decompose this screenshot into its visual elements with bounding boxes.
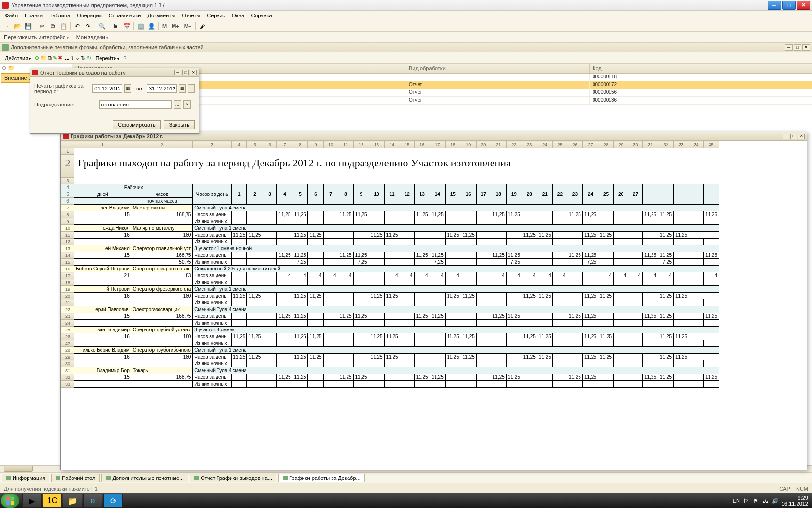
- tab-icon: [106, 476, 111, 480]
- dialog-titlebar[interactable]: Отчет Графики выходов на работу ─ □ ✕: [30, 68, 199, 77]
- dialog-close-button[interactable]: ✕: [190, 70, 197, 75]
- date-to-picker-icon[interactable]: ▦: [179, 84, 186, 93]
- taskbar-explorer-icon[interactable]: 📁: [63, 494, 82, 508]
- period-from-label: Печать графиков за период с:: [34, 83, 90, 94]
- edit-icon[interactable]: ✎: [53, 55, 57, 61]
- tray-flag-icon[interactable]: 🏳: [743, 497, 750, 504]
- report-minimize-button[interactable]: ─: [783, 134, 789, 139]
- tray-network-icon[interactable]: 🖧: [762, 497, 769, 504]
- undo-icon[interactable]: ↶: [72, 21, 82, 31]
- minimize-button[interactable]: ─: [768, 1, 781, 10]
- tab-icon: [283, 476, 288, 480]
- delete-icon[interactable]: ✖: [58, 55, 62, 61]
- grid-col-code[interactable]: Код: [590, 64, 812, 73]
- tab-extforms[interactable]: Дополнительные печатные...: [102, 474, 188, 482]
- menu-file[interactable]: Файл: [2, 12, 21, 19]
- memory-m-icon[interactable]: M: [160, 23, 169, 29]
- actions-dropdown[interactable]: Действия: [2, 54, 34, 62]
- tab-schedule[interactable]: Графики работы за Декабр...: [278, 474, 365, 482]
- org-icon[interactable]: 🏢: [136, 21, 145, 31]
- tray-volume-icon[interactable]: 🔊: [772, 497, 779, 504]
- dept-input[interactable]: [99, 100, 172, 109]
- tab-icon: [56, 476, 60, 480]
- grid-col-type[interactable]: Вид обработки: [406, 64, 590, 73]
- dialog-maximize-button[interactable]: □: [182, 70, 189, 75]
- spreadsheet[interactable]: 1234567891011121314151617181920212223242…: [61, 141, 807, 470]
- menu-reports[interactable]: Отчеты: [179, 12, 203, 19]
- search-icon[interactable]: 🔍: [97, 21, 107, 31]
- copy-icon[interactable]: ⧉: [48, 21, 58, 31]
- tab-icon: [6, 476, 11, 480]
- date-to-input[interactable]: [147, 84, 177, 93]
- tray-clock[interactable]: 9:29 16.11.2012: [782, 495, 808, 507]
- add-group-icon[interactable]: 📁: [40, 55, 47, 61]
- user-icon[interactable]: 👤: [146, 21, 156, 31]
- sort-icon[interactable]: ⇅: [81, 55, 85, 61]
- memory-mplus-icon[interactable]: M+: [170, 23, 181, 29]
- dept-clear-button[interactable]: ✕: [183, 100, 191, 109]
- calendar-icon[interactable]: 📅: [122, 21, 131, 31]
- dept-select-button[interactable]: …: [174, 100, 181, 109]
- date-from-picker-icon[interactable]: ▦: [124, 84, 131, 93]
- help-icon[interactable]: ?: [123, 55, 126, 61]
- window-title: Управление производственным предприятием…: [12, 2, 768, 8]
- module-maximize-button[interactable]: □: [794, 44, 801, 51]
- goto-dropdown[interactable]: Перейти: [92, 54, 122, 62]
- open-icon[interactable]: 📂: [13, 21, 22, 31]
- dialog-icon: [32, 70, 38, 75]
- menu-service[interactable]: Сервис: [204, 12, 228, 19]
- dialog-minimize-button[interactable]: ─: [174, 70, 181, 75]
- menu-docs[interactable]: Документы: [145, 12, 178, 19]
- menu-operations[interactable]: Операции: [74, 12, 104, 19]
- maximize-button[interactable]: □: [782, 1, 796, 10]
- tray-lang[interactable]: EN: [733, 498, 740, 504]
- taskbar-1c-icon[interactable]: 1C: [43, 494, 62, 508]
- copy-row-icon[interactable]: ⧉: [48, 55, 52, 61]
- calc-icon[interactable]: 🖩: [111, 21, 121, 31]
- report-maximize-button[interactable]: □: [790, 134, 797, 139]
- module-title: Дополнительные печатные формы, обработки…: [11, 45, 785, 50]
- tab-info[interactable]: Информация: [2, 474, 49, 482]
- app-logo-icon: [2, 2, 9, 9]
- paste-icon[interactable]: 📋: [58, 21, 68, 31]
- taskbar-ie-icon[interactable]: e: [83, 494, 102, 508]
- refresh-icon[interactable]: ↻: [87, 55, 91, 61]
- taskbar-mediaplayer-icon[interactable]: ▶: [22, 494, 42, 508]
- add-icon[interactable]: ⊕: [35, 55, 39, 61]
- subbar: Переключить интерфейс Мои задачи: [0, 32, 812, 43]
- move-up-icon[interactable]: ⇧: [70, 55, 74, 61]
- my-tasks-dropdown[interactable]: Мои задачи: [74, 33, 110, 41]
- generate-button[interactable]: Сформировать: [113, 120, 161, 129]
- cut-icon[interactable]: ✂: [37, 21, 47, 31]
- brush-icon[interactable]: 🖌: [198, 21, 207, 31]
- close-dialog-button[interactable]: Закрыть: [164, 120, 195, 129]
- menu-table[interactable]: Таблица: [46, 12, 73, 19]
- tray-action-center-icon[interactable]: ⚑: [753, 497, 759, 504]
- close-button[interactable]: ✕: [797, 1, 810, 10]
- menubar: Файл Правка Таблица Операции Справочники…: [0, 11, 812, 20]
- module-close-button[interactable]: ✕: [802, 44, 810, 51]
- memory-mminus-icon[interactable]: M−: [182, 23, 194, 29]
- module-minimize-button[interactable]: ─: [785, 44, 793, 51]
- period-select-button[interactable]: …: [188, 84, 195, 93]
- menu-refs[interactable]: Справочники: [106, 12, 144, 19]
- date-from-input[interactable]: [92, 84, 122, 93]
- menu-windows[interactable]: Окна: [229, 12, 247, 19]
- dialog-title: Отчет Графики выходов на работу: [40, 70, 174, 75]
- sheet-row[interactable]: 1: [61, 148, 719, 155]
- report-close-button[interactable]: ✕: [798, 134, 805, 139]
- menu-help[interactable]: Справка: [248, 12, 275, 19]
- new-icon[interactable]: ▫: [2, 21, 12, 31]
- save-icon[interactable]: 💾: [23, 21, 33, 31]
- tab-desktop[interactable]: Рабочий стол: [51, 474, 100, 482]
- menu-edit[interactable]: Правка: [22, 12, 45, 19]
- tab-report[interactable]: Отчет Графики выходов на...: [190, 474, 276, 482]
- hierarchy-icon[interactable]: ☷: [64, 55, 69, 61]
- redo-icon[interactable]: ↷: [83, 21, 93, 31]
- start-button[interactable]: [1, 494, 19, 508]
- switch-interface-dropdown[interactable]: Переключить интерфейс: [2, 33, 71, 41]
- sheet-row[interactable]: 3: [61, 178, 719, 184]
- move-down-icon[interactable]: ⇩: [75, 55, 80, 61]
- taskbar-app-icon[interactable]: ⟳: [103, 494, 123, 508]
- status-cap: CAP: [779, 486, 790, 492]
